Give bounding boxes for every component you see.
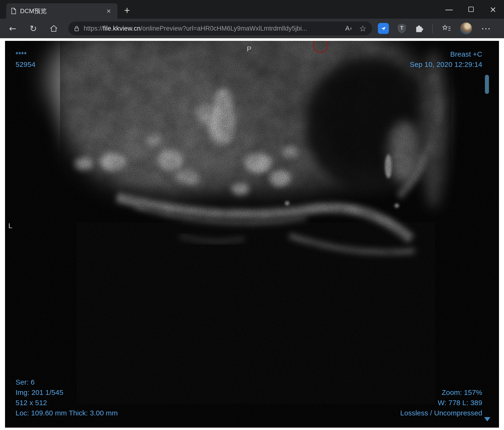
tab-strip: DCM预览 × + — × [0, 0, 504, 19]
browser-tab[interactable]: DCM预览 × [6, 3, 117, 19]
new-tab-button[interactable]: + [121, 5, 133, 16]
zoom-level: Zoom: 157% [400, 387, 482, 397]
study-datetime: Sep 10, 2020 12:29:14 [410, 59, 482, 70]
minimize-button[interactable]: — [438, 0, 460, 19]
study-description: Breast +C [410, 49, 482, 59]
mri-image [5, 41, 499, 428]
window-controls: — × [438, 0, 504, 19]
url-path: /onlinePreview?url=aHR0cHM6Ly9maWxlLmtrd… [141, 25, 307, 32]
compression-info: Lossless / Uncompressed [400, 408, 482, 418]
viewer-scroll-down-icon[interactable] [484, 417, 490, 421]
extensions-puzzle-button[interactable] [415, 24, 424, 33]
close-button[interactable]: × [482, 0, 504, 19]
tab-title: DCM预览 [20, 7, 100, 15]
read-aloud-letter: A [345, 25, 350, 32]
patient-number: 52954 [16, 59, 35, 70]
overlay-bottom-right: Zoom: 157% W: 778 L: 389 Lossless / Unco… [400, 387, 482, 418]
favorites-hub-button[interactable] [441, 21, 452, 36]
settings-menu-button[interactable]: ⋯ [480, 23, 492, 34]
dicom-viewer-canvas[interactable]: P L **** 52954 Breast +C Sep 10, 2020 12… [5, 41, 499, 428]
orientation-marker-left: L [8, 221, 12, 231]
overlay-top-right: Breast +C Sep 10, 2020 12:29:14 [410, 49, 482, 70]
viewer-scrollbar-thumb[interactable] [485, 75, 489, 94]
profile-avatar[interactable] [460, 22, 472, 34]
toolbar-divider [432, 24, 433, 33]
document-icon [10, 8, 16, 14]
favorite-star-button[interactable]: ☆ [359, 24, 366, 33]
puzzle-icon [415, 24, 424, 33]
slice-location: Loc: 109.60 mm Thick: 3.00 mm [16, 408, 118, 418]
overlay-top-left: **** 52954 [16, 49, 35, 70]
browser-toolbar: ← ↻ https://file.kkview.cn/onlinePreview… [0, 19, 504, 38]
read-aloud-button[interactable]: A [345, 25, 353, 32]
browser-window: DCM预览 × + — × ← ↻ https://file.kkview.cn… [0, 0, 504, 430]
paper-plane-icon [380, 26, 386, 31]
image-number: Img: 201 1/545 [16, 387, 118, 397]
url-scheme: https:// [84, 25, 103, 32]
tab-close-icon[interactable]: × [104, 7, 113, 16]
maximize-button[interactable] [460, 0, 482, 19]
extensions-area: T ⋯ [377, 21, 493, 36]
window-level: W: 778 L: 389 [400, 397, 482, 408]
home-button[interactable] [46, 21, 62, 36]
page-content: P L **** 52954 Breast +C Sep 10, 2020 12… [0, 38, 504, 430]
maximize-icon [468, 7, 474, 12]
shield-letter: T [397, 23, 406, 33]
patient-id-masked: **** [16, 49, 35, 59]
url-domain: file.kkview.cn [103, 25, 141, 32]
overlay-bottom-left: Ser: 6 Img: 201 1/545 512 x 512 Loc: 109… [16, 377, 118, 418]
extension-blue-icon[interactable] [378, 23, 389, 34]
address-bar-actions: A ☆ [345, 24, 367, 33]
refresh-button[interactable]: ↻ [25, 21, 41, 36]
url-text[interactable]: https://file.kkview.cn/onlinePreview?url… [84, 25, 341, 32]
read-aloud-waves-icon [350, 25, 353, 32]
series-number: Ser: 6 [16, 377, 118, 387]
image-matrix: 512 x 512 [16, 397, 118, 408]
orientation-marker-posterior: P [247, 44, 252, 54]
address-bar[interactable]: https://file.kkview.cn/onlinePreview?url… [68, 21, 372, 35]
extension-shield-icon[interactable]: T [397, 23, 406, 34]
favorites-hub-icon [442, 24, 451, 33]
lock-icon [74, 25, 79, 32]
back-button[interactable]: ← [5, 21, 20, 36]
home-icon [50, 25, 58, 32]
